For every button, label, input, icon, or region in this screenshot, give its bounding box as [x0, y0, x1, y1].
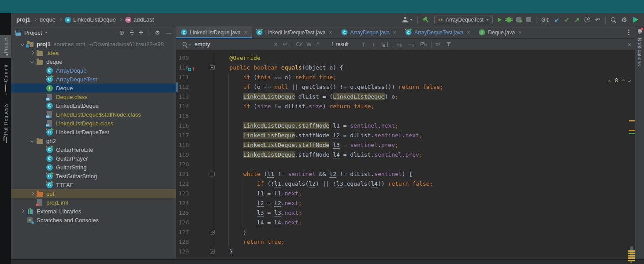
- tree-item-arraydeque[interactable]: C ArrayDeque: [11, 66, 176, 75]
- fold-marker-icon[interactable]: [210, 65, 215, 70]
- panel-settings-icon[interactable]: ⚙: [155, 30, 160, 36]
- warning-stripe-mark[interactable]: [629, 130, 635, 131]
- tab-linkedlistdequetest-java[interactable]: C LinkedListDequeTest.java ×: [252, 26, 337, 38]
- code-line-112[interactable]: 112 if (o == null || getClass() != o.get…: [176, 82, 635, 92]
- code-line-110[interactable]: 110↑ public boolean equals(Object o) {: [176, 63, 635, 73]
- clear-search-icon[interactable]: ×: [274, 41, 277, 48]
- warning-stripe-mark[interactable]: [629, 120, 635, 121]
- git-update-icon[interactable]: ↙: [555, 17, 560, 23]
- next-warning-icon[interactable]: [628, 79, 631, 82]
- close-tab-icon[interactable]: ×: [329, 29, 332, 36]
- code-line-126[interactable]: 126 l4 = l4.next;: [176, 218, 635, 227]
- close-tab-icon[interactable]: ×: [518, 29, 521, 36]
- match-case-toggle[interactable]: Cc: [296, 42, 303, 47]
- add-occurrence-icon[interactable]: +II: [396, 41, 402, 47]
- git-commit-icon[interactable]: ✓: [564, 17, 570, 23]
- code-line-111[interactable]: 111 if (this == o) return true;: [176, 73, 635, 82]
- search-everywhere-icon[interactable]: [610, 17, 617, 23]
- settings-icon[interactable]: ⚙: [622, 16, 627, 23]
- fold-marker-icon[interactable]: [210, 172, 215, 176]
- words-toggle[interactable]: W: [306, 42, 311, 47]
- code-line-118[interactable]: 118 LinkedListDeque.staffNode l3 = senti…: [176, 140, 635, 150]
- stripe-item-commit[interactable]: Commit: [0, 62, 11, 95]
- chevron-right-icon[interactable]: [21, 209, 24, 213]
- close-search-icon[interactable]: ×: [628, 41, 631, 48]
- tab-linkedlistdeque-java[interactable]: C LinkedListDeque.java ×: [176, 26, 252, 38]
- regex-toggle[interactable]: .*: [316, 42, 319, 47]
- code-line-117[interactable]: 117 LinkedListDeque.staffNode l2 = dlLis…: [176, 131, 635, 140]
- chevron-down-icon[interactable]: [45, 32, 48, 33]
- hide-panel-icon[interactable]: —: [166, 29, 171, 36]
- code-line-128[interactable]: 128 return true;: [176, 237, 635, 247]
- remove-occurrence-icon[interactable]: −II: [408, 41, 414, 47]
- code-line-119[interactable]: 119 LinkedListDeque.staffNode l4 = dlLis…: [176, 150, 635, 160]
- code-line-124[interactable]: 124 l2 = l2.next;: [176, 198, 635, 208]
- code-line-120[interactable]: 120: [176, 160, 635, 169]
- stripe-item-notifications[interactable]: Notifications: [637, 38, 642, 66]
- tab-arraydeque-java[interactable]: C ArrayDeque.java ×: [337, 26, 401, 38]
- chevron-down-icon[interactable]: [30, 60, 34, 63]
- more-tabs-icon[interactable]: [628, 29, 629, 35]
- code-line-125[interactable]: 125 l3 = l3.next;: [176, 208, 635, 218]
- tree-item-linkedlistdeque-class[interactable]: 01 LinkedListDeque.class: [11, 119, 176, 128]
- code-line-122[interactable]: 122 if (!l1.equals(l2) || !l3.equals(l4)…: [176, 179, 635, 189]
- code-editor[interactable]: 109 @Override 110↑ public boolean equals…: [176, 50, 635, 264]
- tab-arraydequetest-java[interactable]: C ArrayDequeTest.java ×: [401, 26, 474, 38]
- breadcrumb-item-proj1[interactable]: proj1: [16, 16, 30, 23]
- tree-item-out[interactable]: out: [11, 189, 176, 198]
- collapse-all-icon[interactable]: [139, 30, 143, 35]
- tree-item-linkedlistdeque[interactable]: C LinkedListDeque: [11, 101, 176, 110]
- tree-item-deque[interactable]: I Deque: [11, 84, 176, 92]
- chevron-down-icon[interactable]: [30, 139, 34, 143]
- chevron-down-icon[interactable]: [21, 42, 24, 46]
- next-occurrence-icon[interactable]: ↓: [372, 41, 375, 47]
- locate-file-icon[interactable]: ⊕: [119, 29, 125, 36]
- close-tab-icon[interactable]: ×: [244, 29, 247, 36]
- tab-deque-java[interactable]: I Deque.java ×: [474, 26, 526, 38]
- close-tab-icon[interactable]: ×: [467, 29, 470, 36]
- user-button[interactable]: [402, 17, 413, 22]
- close-tab-icon[interactable]: ×: [393, 29, 396, 36]
- tree-item-proj1-iml[interactable]: proj1.iml: [11, 198, 176, 207]
- tree-item-testguitarstring[interactable]: C TestGuitarString: [11, 172, 176, 180]
- prev-warning-icon[interactable]: [622, 79, 625, 82]
- tree-item-guitarherolite[interactable]: C GuitarHeroLite: [11, 145, 176, 154]
- chevron-right-icon[interactable]: [30, 192, 34, 195]
- code-line-114[interactable]: 114 if (size != dlList.size) return fals…: [176, 102, 635, 111]
- tree-item-linkedlistdeque-staffnode-class[interactable]: 01 LinkedListDeque$staffNode.class: [11, 110, 176, 119]
- tree-item-ttfaf[interactable]: C TTFAF: [11, 180, 176, 189]
- notifications-bell-icon[interactable]: [637, 29, 643, 34]
- open-in-find-window-icon[interactable]: [383, 42, 388, 47]
- tree-item-arraydequetest[interactable]: C ArrayDequeTest: [11, 75, 176, 84]
- ide-plugin-icon[interactable]: [632, 16, 639, 23]
- tree-item-scratches-and-consoles[interactable]: » Scratches and Consoles: [11, 216, 176, 224]
- git-push-icon[interactable]: ↗: [574, 17, 580, 23]
- tree-item-idea[interactable]: .idea: [11, 48, 176, 57]
- breadcrumb-item-deque[interactable]: deque: [40, 16, 56, 23]
- fold-end-marker-icon[interactable]: [210, 249, 215, 254]
- tree-item-guitarplayer[interactable]: C GuitarPlayer: [11, 154, 176, 163]
- search-query[interactable]: empty: [194, 41, 210, 48]
- ok-stripe-mark[interactable]: [629, 133, 635, 134]
- breadcrumb-item-addlast[interactable]: maddLast: [125, 16, 154, 23]
- tree-item-deque[interactable]: deque: [11, 57, 176, 66]
- run-icon[interactable]: [498, 18, 502, 22]
- code-line-113[interactable]: 113 LinkedListDeque dlList = (LinkedList…: [176, 92, 635, 102]
- tree-item-deque-class[interactable]: 01 Deque.class: [11, 92, 176, 101]
- tree-item-linkedlistdequetest[interactable]: C LinkedListDequeTest: [11, 128, 176, 136]
- code-line-109[interactable]: 109 @Override: [176, 53, 635, 63]
- build-hammer-icon[interactable]: [421, 15, 431, 24]
- search-icon[interactable]: [182, 41, 191, 48]
- filter-icon[interactable]: [447, 42, 451, 47]
- inspections-widget[interactable]: ⚠ 8: [608, 77, 630, 84]
- history-icon[interactable]: [584, 17, 590, 22]
- code-line-121[interactable]: 121 while (l1 != sentinel && l2 != dlLis…: [176, 169, 635, 179]
- select-all-occurrences-icon[interactable]: II: [421, 42, 427, 46]
- rollback-icon[interactable]: ↶: [595, 17, 600, 23]
- code-line-116[interactable]: 116 LinkedListDeque.staffNode l1 = senti…: [176, 121, 635, 131]
- run-config-select[interactable]: ArrayDequeTest: [434, 15, 493, 24]
- tree-item-guitarstring[interactable]: C GuitarString: [11, 163, 176, 172]
- tree-item-proj1[interactable]: proj1 sources root, ~/Downloads/cs61b/su…: [11, 40, 176, 48]
- breadcrumb-item-linkedlistdeque[interactable]: cLinkedListDeque: [65, 16, 116, 23]
- newline-icon[interactable]: ↵: [283, 41, 288, 47]
